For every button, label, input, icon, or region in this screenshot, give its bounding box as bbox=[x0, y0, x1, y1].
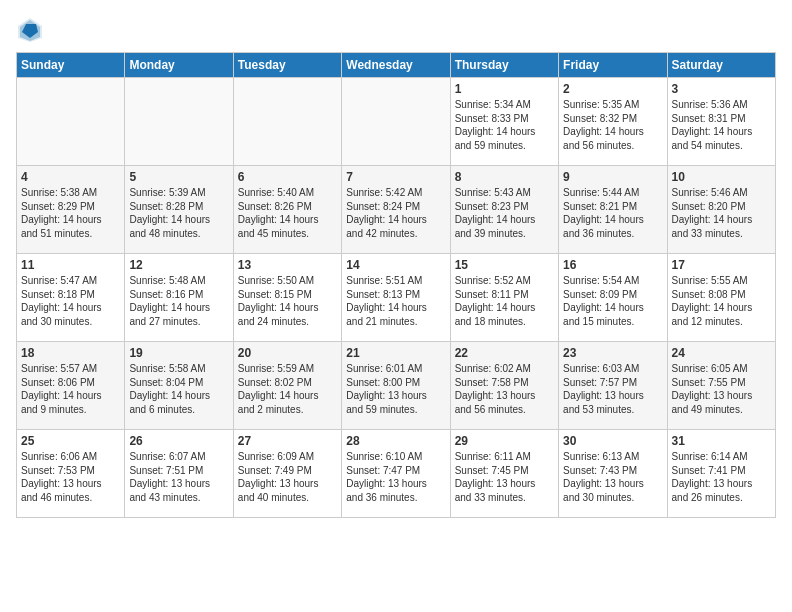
weekday-header-wednesday: Wednesday bbox=[342, 53, 450, 78]
day-info: Sunrise: 6:01 AM Sunset: 8:00 PM Dayligh… bbox=[346, 362, 445, 416]
day-info: Sunrise: 5:47 AM Sunset: 8:18 PM Dayligh… bbox=[21, 274, 120, 328]
calendar-cell: 14Sunrise: 5:51 AM Sunset: 8:13 PM Dayli… bbox=[342, 254, 450, 342]
day-number: 4 bbox=[21, 170, 120, 184]
calendar-cell: 31Sunrise: 6:14 AM Sunset: 7:41 PM Dayli… bbox=[667, 430, 775, 518]
page-header bbox=[16, 16, 776, 44]
calendar-cell: 16Sunrise: 5:54 AM Sunset: 8:09 PM Dayli… bbox=[559, 254, 667, 342]
day-info: Sunrise: 5:55 AM Sunset: 8:08 PM Dayligh… bbox=[672, 274, 771, 328]
calendar-cell bbox=[17, 78, 125, 166]
day-info: Sunrise: 5:43 AM Sunset: 8:23 PM Dayligh… bbox=[455, 186, 554, 240]
calendar-cell: 3Sunrise: 5:36 AM Sunset: 8:31 PM Daylig… bbox=[667, 78, 775, 166]
day-number: 12 bbox=[129, 258, 228, 272]
calendar-cell: 10Sunrise: 5:46 AM Sunset: 8:20 PM Dayli… bbox=[667, 166, 775, 254]
day-number: 7 bbox=[346, 170, 445, 184]
weekday-header-sunday: Sunday bbox=[17, 53, 125, 78]
day-info: Sunrise: 5:38 AM Sunset: 8:29 PM Dayligh… bbox=[21, 186, 120, 240]
day-number: 19 bbox=[129, 346, 228, 360]
calendar-cell: 13Sunrise: 5:50 AM Sunset: 8:15 PM Dayli… bbox=[233, 254, 341, 342]
calendar-cell: 24Sunrise: 6:05 AM Sunset: 7:55 PM Dayli… bbox=[667, 342, 775, 430]
day-info: Sunrise: 6:02 AM Sunset: 7:58 PM Dayligh… bbox=[455, 362, 554, 416]
day-number: 2 bbox=[563, 82, 662, 96]
day-info: Sunrise: 5:54 AM Sunset: 8:09 PM Dayligh… bbox=[563, 274, 662, 328]
calendar-week-row: 4Sunrise: 5:38 AM Sunset: 8:29 PM Daylig… bbox=[17, 166, 776, 254]
day-info: Sunrise: 5:34 AM Sunset: 8:33 PM Dayligh… bbox=[455, 98, 554, 152]
day-number: 13 bbox=[238, 258, 337, 272]
day-info: Sunrise: 5:57 AM Sunset: 8:06 PM Dayligh… bbox=[21, 362, 120, 416]
weekday-header-friday: Friday bbox=[559, 53, 667, 78]
day-info: Sunrise: 5:44 AM Sunset: 8:21 PM Dayligh… bbox=[563, 186, 662, 240]
day-info: Sunrise: 5:59 AM Sunset: 8:02 PM Dayligh… bbox=[238, 362, 337, 416]
calendar-cell: 20Sunrise: 5:59 AM Sunset: 8:02 PM Dayli… bbox=[233, 342, 341, 430]
day-info: Sunrise: 5:39 AM Sunset: 8:28 PM Dayligh… bbox=[129, 186, 228, 240]
day-number: 1 bbox=[455, 82, 554, 96]
day-number: 24 bbox=[672, 346, 771, 360]
day-number: 30 bbox=[563, 434, 662, 448]
calendar-week-row: 11Sunrise: 5:47 AM Sunset: 8:18 PM Dayli… bbox=[17, 254, 776, 342]
day-number: 10 bbox=[672, 170, 771, 184]
calendar-cell: 23Sunrise: 6:03 AM Sunset: 7:57 PM Dayli… bbox=[559, 342, 667, 430]
calendar-cell: 5Sunrise: 5:39 AM Sunset: 8:28 PM Daylig… bbox=[125, 166, 233, 254]
day-number: 22 bbox=[455, 346, 554, 360]
calendar-cell: 29Sunrise: 6:11 AM Sunset: 7:45 PM Dayli… bbox=[450, 430, 558, 518]
day-number: 23 bbox=[563, 346, 662, 360]
calendar-cell: 28Sunrise: 6:10 AM Sunset: 7:47 PM Dayli… bbox=[342, 430, 450, 518]
day-number: 27 bbox=[238, 434, 337, 448]
calendar-cell bbox=[233, 78, 341, 166]
day-info: Sunrise: 6:09 AM Sunset: 7:49 PM Dayligh… bbox=[238, 450, 337, 504]
day-info: Sunrise: 5:50 AM Sunset: 8:15 PM Dayligh… bbox=[238, 274, 337, 328]
calendar-table: SundayMondayTuesdayWednesdayThursdayFrid… bbox=[16, 52, 776, 518]
calendar-cell: 4Sunrise: 5:38 AM Sunset: 8:29 PM Daylig… bbox=[17, 166, 125, 254]
day-info: Sunrise: 5:42 AM Sunset: 8:24 PM Dayligh… bbox=[346, 186, 445, 240]
calendar-cell: 27Sunrise: 6:09 AM Sunset: 7:49 PM Dayli… bbox=[233, 430, 341, 518]
day-info: Sunrise: 6:11 AM Sunset: 7:45 PM Dayligh… bbox=[455, 450, 554, 504]
day-number: 20 bbox=[238, 346, 337, 360]
calendar-cell: 12Sunrise: 5:48 AM Sunset: 8:16 PM Dayli… bbox=[125, 254, 233, 342]
calendar-cell: 8Sunrise: 5:43 AM Sunset: 8:23 PM Daylig… bbox=[450, 166, 558, 254]
day-info: Sunrise: 6:03 AM Sunset: 7:57 PM Dayligh… bbox=[563, 362, 662, 416]
calendar-cell: 15Sunrise: 5:52 AM Sunset: 8:11 PM Dayli… bbox=[450, 254, 558, 342]
day-info: Sunrise: 5:36 AM Sunset: 8:31 PM Dayligh… bbox=[672, 98, 771, 152]
calendar-week-row: 18Sunrise: 5:57 AM Sunset: 8:06 PM Dayli… bbox=[17, 342, 776, 430]
calendar-cell: 30Sunrise: 6:13 AM Sunset: 7:43 PM Dayli… bbox=[559, 430, 667, 518]
day-info: Sunrise: 6:07 AM Sunset: 7:51 PM Dayligh… bbox=[129, 450, 228, 504]
day-number: 21 bbox=[346, 346, 445, 360]
calendar-cell: 11Sunrise: 5:47 AM Sunset: 8:18 PM Dayli… bbox=[17, 254, 125, 342]
day-info: Sunrise: 5:48 AM Sunset: 8:16 PM Dayligh… bbox=[129, 274, 228, 328]
day-number: 8 bbox=[455, 170, 554, 184]
calendar-cell: 2Sunrise: 5:35 AM Sunset: 8:32 PM Daylig… bbox=[559, 78, 667, 166]
calendar-cell bbox=[342, 78, 450, 166]
weekday-header-row: SundayMondayTuesdayWednesdayThursdayFrid… bbox=[17, 53, 776, 78]
calendar-cell: 17Sunrise: 5:55 AM Sunset: 8:08 PM Dayli… bbox=[667, 254, 775, 342]
calendar-cell: 19Sunrise: 5:58 AM Sunset: 8:04 PM Dayli… bbox=[125, 342, 233, 430]
calendar-cell: 22Sunrise: 6:02 AM Sunset: 7:58 PM Dayli… bbox=[450, 342, 558, 430]
day-number: 17 bbox=[672, 258, 771, 272]
day-number: 6 bbox=[238, 170, 337, 184]
calendar-cell: 21Sunrise: 6:01 AM Sunset: 8:00 PM Dayli… bbox=[342, 342, 450, 430]
day-info: Sunrise: 5:52 AM Sunset: 8:11 PM Dayligh… bbox=[455, 274, 554, 328]
logo-icon bbox=[16, 16, 44, 44]
calendar-cell: 9Sunrise: 5:44 AM Sunset: 8:21 PM Daylig… bbox=[559, 166, 667, 254]
weekday-header-tuesday: Tuesday bbox=[233, 53, 341, 78]
day-info: Sunrise: 6:05 AM Sunset: 7:55 PM Dayligh… bbox=[672, 362, 771, 416]
calendar-cell: 18Sunrise: 5:57 AM Sunset: 8:06 PM Dayli… bbox=[17, 342, 125, 430]
day-number: 14 bbox=[346, 258, 445, 272]
logo bbox=[16, 16, 48, 44]
day-number: 5 bbox=[129, 170, 228, 184]
day-info: Sunrise: 6:10 AM Sunset: 7:47 PM Dayligh… bbox=[346, 450, 445, 504]
day-number: 16 bbox=[563, 258, 662, 272]
day-info: Sunrise: 5:35 AM Sunset: 8:32 PM Dayligh… bbox=[563, 98, 662, 152]
calendar-cell: 1Sunrise: 5:34 AM Sunset: 8:33 PM Daylig… bbox=[450, 78, 558, 166]
calendar-cell: 25Sunrise: 6:06 AM Sunset: 7:53 PM Dayli… bbox=[17, 430, 125, 518]
weekday-header-saturday: Saturday bbox=[667, 53, 775, 78]
calendar-cell: 7Sunrise: 5:42 AM Sunset: 8:24 PM Daylig… bbox=[342, 166, 450, 254]
day-info: Sunrise: 6:13 AM Sunset: 7:43 PM Dayligh… bbox=[563, 450, 662, 504]
day-info: Sunrise: 5:40 AM Sunset: 8:26 PM Dayligh… bbox=[238, 186, 337, 240]
calendar-cell bbox=[125, 78, 233, 166]
calendar-week-row: 1Sunrise: 5:34 AM Sunset: 8:33 PM Daylig… bbox=[17, 78, 776, 166]
day-info: Sunrise: 5:46 AM Sunset: 8:20 PM Dayligh… bbox=[672, 186, 771, 240]
calendar-cell: 26Sunrise: 6:07 AM Sunset: 7:51 PM Dayli… bbox=[125, 430, 233, 518]
day-number: 31 bbox=[672, 434, 771, 448]
calendar-week-row: 25Sunrise: 6:06 AM Sunset: 7:53 PM Dayli… bbox=[17, 430, 776, 518]
day-number: 26 bbox=[129, 434, 228, 448]
day-number: 11 bbox=[21, 258, 120, 272]
